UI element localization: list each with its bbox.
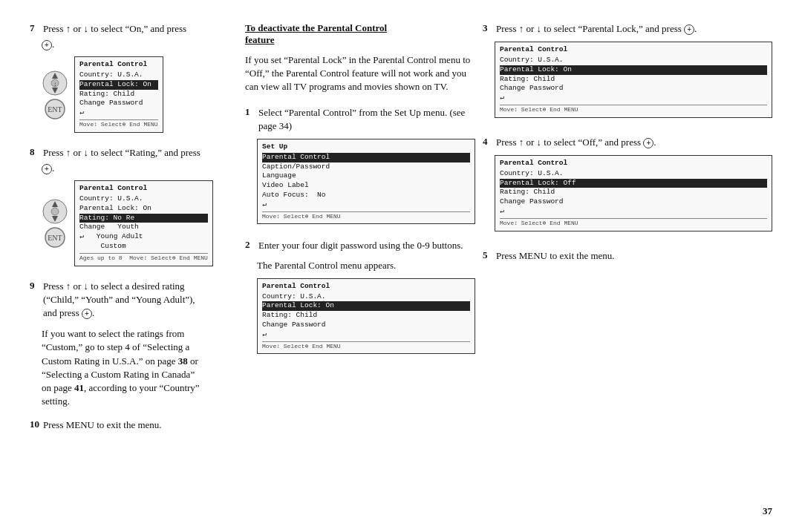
- screen-r3-r3: Rating: Child: [500, 75, 767, 85]
- step-9-header: 9 Press ↑ or ↓ to select a desired ratin…: [30, 280, 238, 321]
- step-9-text: Press ↑ or ↓ to select a desired rating …: [43, 280, 195, 321]
- page: 7 Press ↑ or ↓ to select “On,” and press…: [0, 0, 802, 532]
- svg-text:ENT: ENT: [48, 234, 62, 242]
- svg-point-10: [51, 208, 59, 215]
- mid-menu-appears: The Parental Control menu appears.: [257, 259, 475, 272]
- screen-setup-bottom: Move↕ Select⊕ End MENU: [262, 211, 470, 221]
- screen-7-title: Parental Control: [79, 60, 158, 70]
- right-screen-3-wrap: Parental Control Country: U.S.A. Parenta…: [495, 42, 772, 118]
- step-8-text: Press ↑ or ↓ to select “Rating,” and pre…: [43, 146, 200, 160]
- screen-7-r5: ↵: [79, 108, 158, 118]
- screen-setup-title: Set Up: [262, 142, 470, 152]
- step-10-block: 10 Press MENU to exit the menu.: [30, 418, 238, 432]
- dpad-icon-8: [42, 198, 68, 225]
- screen-r4-r2: Parental Lock: Off: [500, 179, 767, 188]
- screen-r3-r2: Parental Lock: On: [500, 65, 767, 75]
- step-8-screen-row: ENT Parental Control Country: U.S.A. Par…: [42, 180, 238, 266]
- right-step-4-text: Press ↑ or ↓ to select “Off,” and press …: [496, 136, 656, 149]
- tv-screen-7: Parental Control Country: U.S.A. Parenta…: [74, 56, 163, 133]
- screen-control-bottom: Move↕ Select⊕ End MENU: [262, 341, 470, 351]
- mid-step-2-text: Enter your four digit password using the…: [258, 239, 463, 252]
- screen-r4-r3: Rating: Child: [500, 188, 767, 197]
- step-8-enter: +.: [42, 162, 238, 174]
- screen-7-r1: Country: U.S.A.: [79, 70, 158, 80]
- svg-text:ENT: ENT: [48, 105, 62, 114]
- section-title: To deactivate the Parental Controlfeatur…: [245, 22, 475, 46]
- right-step-5-block: 5 Press MENU to exit the menu.: [483, 249, 772, 263]
- tv-screen-8: Parental Control Country: U.S.A. Parenta…: [74, 180, 213, 266]
- tv-screen-control: Parental Control Country: U.S.A. Parenta…: [257, 278, 475, 355]
- screen-r4-bottom: Move↕ Select⊕ End MENU: [500, 218, 767, 228]
- mid-step-2-header: 2 Enter your four digit password using t…: [245, 239, 475, 252]
- screen-r4-r4: Change Password: [500, 197, 767, 207]
- page-number: 37: [30, 505, 772, 517]
- screen-setup-r3: Language: [262, 171, 470, 181]
- screen-r3-title: Parental Control: [500, 45, 767, 55]
- step-8-block: 8 Press ↑ or ↓ to select “Rating,” and p…: [30, 146, 238, 269]
- mid-step-2-num: 2: [245, 239, 255, 251]
- screen-r3-r4: Change Password: [500, 84, 767, 93]
- step-7-text: Press ↑ or ↓ to select “On,” and press: [43, 22, 186, 36]
- mid-column: To deactivate the Parental Controlfeatur…: [245, 22, 475, 501]
- screen-8-r6: Custom: [79, 242, 208, 252]
- enter-btn-icon-8: ENT: [44, 226, 66, 249]
- step-7-block: 7 Press ↑ or ↓ to select “On,” and press…: [30, 22, 238, 136]
- mid-control-screen-wrap: Parental Control Country: U.S.A. Parenta…: [257, 278, 475, 355]
- screen-setup-r2: Caption/Password: [262, 162, 470, 172]
- step-8-header: 8 Press ↑ or ↓ to select “Rating,” and p…: [30, 146, 238, 160]
- screen-r4-title: Parental Control: [500, 159, 767, 168]
- step-7-num: 7: [30, 22, 40, 34]
- right-step-3-block: 3 Press ↑ or ↓ to select “Parental Lock,…: [483, 22, 772, 118]
- screen-7-r2: Parental Lock: On: [79, 80, 158, 90]
- screen-8-r2: Parental Lock: On: [79, 204, 208, 214]
- intro-text: If you set “Parental Lock” in the Parent…: [245, 53, 475, 94]
- enter-btn-icon-7: ENT: [44, 98, 66, 120]
- screen-8-r5: ↵ Young Adult: [79, 232, 208, 242]
- right-step-4-num: 4: [483, 136, 493, 148]
- screen-r3-r1: Country: U.S.A.: [500, 56, 767, 65]
- step-10-header: 10 Press MENU to exit the menu.: [30, 418, 238, 432]
- right-step-3-num: 3: [483, 22, 493, 34]
- screen-setup-r4: Video Label: [262, 181, 470, 191]
- right-step-3-header: 3 Press ↑ or ↓ to select “Parental Lock,…: [483, 22, 772, 36]
- right-step-3-text: Press ↑ or ↓ to select “Parental Lock,” …: [496, 22, 697, 36]
- svg-text:↕: ↕: [53, 81, 56, 88]
- screen-control-r5: ↵: [262, 330, 470, 340]
- screen-7-r3: Rating: Child: [79, 90, 158, 99]
- screen-r3-bottom: Move↕ Select⊕ End MENU: [500, 105, 767, 114]
- step-8-remote: ENT: [42, 198, 68, 249]
- screen-control-r2: Parental Lock: On: [262, 301, 470, 311]
- step-8-num: 8: [30, 146, 40, 158]
- right-step-5-text: Press MENU to exit the menu.: [496, 249, 615, 263]
- left-column: 7 Press ↑ or ↓ to select “On,” and press…: [30, 22, 238, 501]
- screen-r3-r5: ↵: [500, 93, 767, 103]
- right-column: 3 Press ↑ or ↓ to select “Parental Lock,…: [483, 22, 772, 501]
- step-9-num: 9: [30, 280, 40, 292]
- screen-r4-r5: ↵: [500, 207, 767, 217]
- step-10-num: 10: [30, 418, 40, 430]
- screen-control-r1: Country: U.S.A.: [262, 292, 470, 302]
- dpad-icon-7: ↕: [42, 70, 68, 96]
- screen-8-r4: Change Youth: [79, 223, 208, 232]
- screen-8-r1: Country: U.S.A.: [79, 194, 208, 204]
- right-step-5-num: 5: [483, 249, 493, 261]
- screen-r4-r1: Country: U.S.A.: [500, 169, 767, 179]
- right-step-4-block: 4 Press ↑ or ↓ to select “Off,” and pres…: [483, 136, 772, 231]
- screen-setup-r5: Auto Focus: No: [262, 191, 470, 200]
- step-7-remote: ↕ ENT: [42, 70, 68, 120]
- screen-control-r4: Change Password: [262, 321, 470, 330]
- step-7-enter: +.: [42, 39, 238, 50]
- tv-screen-r3: Parental Control Country: U.S.A. Parenta…: [495, 42, 772, 118]
- step-7-header: 7 Press ↑ or ↓ to select “On,” and press: [30, 22, 238, 36]
- screen-control-title: Parental Control: [262, 282, 470, 292]
- right-step-4-header: 4 Press ↑ or ↓ to select “Off,” and pres…: [483, 136, 772, 149]
- mid-setup-screen-wrap: Set Up Parental Control Caption/Password…: [257, 139, 475, 224]
- mid-step-2-block: 2 Enter your four digit password using t…: [245, 239, 475, 354]
- mid-step-1-text: Select “Parental Control” from the Set U…: [258, 106, 475, 133]
- step-10-text: Press MENU to exit the menu.: [43, 418, 162, 432]
- screen-setup-r1: Parental Control: [262, 153, 470, 162]
- screen-8-r3: Rating: No Re: [79, 214, 208, 223]
- mid-step-1-num: 1: [245, 106, 255, 118]
- screen-control-r3: Rating: Child: [262, 311, 470, 321]
- screen-8-bottom: Ages up to 8 Move↕ Select⊕ End MENU: [79, 253, 208, 263]
